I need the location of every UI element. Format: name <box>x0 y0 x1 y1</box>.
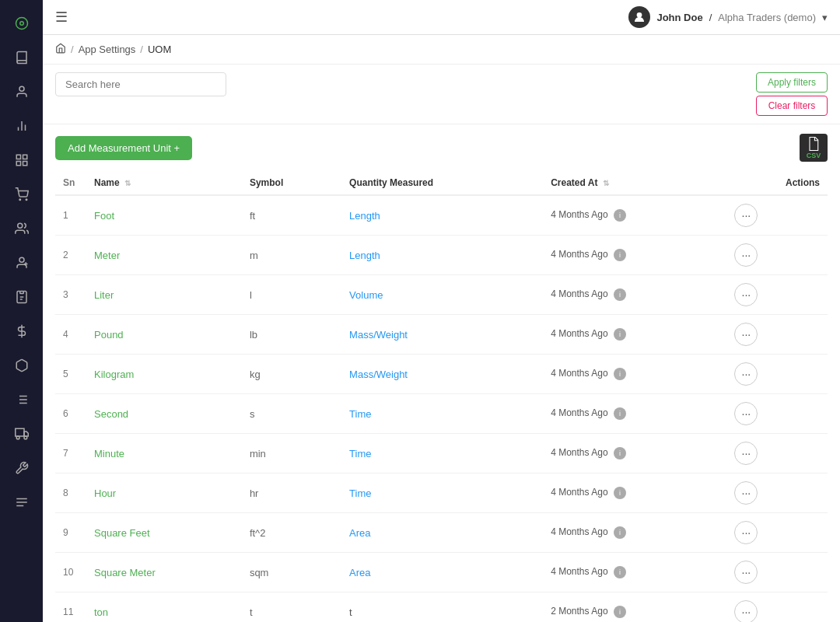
row-sn: 7 <box>55 434 86 473</box>
breadcrumb-app-settings[interactable]: App Settings <box>79 44 136 55</box>
row-sn: 3 <box>55 275 86 315</box>
hamburger-icon[interactable]: ☰ <box>55 9 68 26</box>
info-icon[interactable]: i <box>614 288 626 301</box>
svg-rect-16 <box>19 292 23 294</box>
row-name: Pound <box>86 315 242 355</box>
sidebar-item-grid[interactable] <box>6 145 37 176</box>
row-created-at: 4 Months Ago i <box>543 553 726 592</box>
actions-menu-button[interactable]: ··· <box>734 600 758 622</box>
row-actions: ··· <box>726 355 828 394</box>
info-icon[interactable]: i <box>614 209 626 222</box>
row-name: Minute <box>86 434 242 473</box>
row-created-at: 4 Months Ago i <box>543 513 726 553</box>
row-created-at: 2 Months Ago i <box>543 592 726 623</box>
row-name: Square Meter <box>86 553 242 592</box>
row-sn: 8 <box>55 473 86 513</box>
info-icon[interactable]: i <box>614 566 626 578</box>
sidebar-item-clipboard[interactable] <box>6 281 37 313</box>
svg-rect-7 <box>23 155 26 159</box>
table-row: 10 Square Meter sqm Area 4 Months Ago i … <box>55 553 828 592</box>
sidebar-item-box[interactable] <box>6 350 37 381</box>
sidebar-item-book[interactable] <box>6 42 37 73</box>
apply-filters-button[interactable]: Apply filters <box>756 72 828 93</box>
svg-point-0 <box>16 18 27 30</box>
actions-menu-button[interactable]: ··· <box>734 323 758 346</box>
info-icon[interactable]: i <box>614 526 626 539</box>
avatar <box>628 6 650 28</box>
actions-menu-button[interactable]: ··· <box>734 481 758 505</box>
row-quantity: Length <box>341 195 543 236</box>
csv-export-button[interactable]: CSV <box>800 134 828 162</box>
info-icon[interactable]: i <box>614 447 626 460</box>
svg-point-2 <box>19 86 24 91</box>
table-row: 6 Second s Time 4 Months Ago i ··· <box>55 394 828 434</box>
info-icon[interactable]: i <box>614 328 626 341</box>
actions-menu-button[interactable]: ··· <box>734 402 758 425</box>
sidebar-item-user[interactable] <box>6 76 37 107</box>
sidebar-item-people[interactable] <box>6 213 37 244</box>
row-name: ton <box>86 592 242 623</box>
row-actions: ··· <box>726 275 828 315</box>
name-sort-icon[interactable]: ⇅ <box>124 179 131 187</box>
row-quantity: Mass/Weight <box>341 315 543 355</box>
actions-menu-button[interactable]: ··· <box>734 204 758 227</box>
info-icon[interactable]: i <box>614 368 626 380</box>
svg-point-11 <box>26 199 27 201</box>
row-quantity: Area <box>341 553 543 592</box>
actions-menu-button[interactable]: ··· <box>734 561 758 584</box>
topbar-right: John Doe / Alpha Traders (demo) ▾ <box>628 6 828 28</box>
sidebar-item-list[interactable] <box>6 384 37 415</box>
actions-menu-button[interactable]: ··· <box>734 243 758 267</box>
row-symbol: sqm <box>242 553 341 592</box>
search-input[interactable] <box>55 72 226 96</box>
actions-menu-button[interactable]: ··· <box>734 442 758 465</box>
row-actions: ··· <box>726 553 828 592</box>
table-row: 7 Minute min Time 4 Months Ago i ··· <box>55 434 828 473</box>
filter-buttons: Apply filters Clear filters <box>756 72 828 116</box>
col-created-at: Created At ⇅ <box>543 171 726 195</box>
topbar-chevron-icon[interactable]: ▾ <box>822 12 828 23</box>
actions-menu-button[interactable]: ··· <box>734 362 758 386</box>
row-quantity: Length <box>341 236 543 275</box>
company-name: Alpha Traders (demo) <box>718 12 816 23</box>
col-symbol: Symbol <box>242 171 341 195</box>
sidebar-item-home[interactable] <box>6 8 37 39</box>
row-actions: ··· <box>726 513 828 553</box>
row-name: Foot <box>86 195 242 236</box>
topbar: ☰ John Doe / Alpha Traders (demo) ▾ <box>43 0 840 35</box>
info-icon[interactable]: i <box>614 606 626 618</box>
info-icon[interactable]: i <box>614 407 626 420</box>
table-body: 1 Foot ft Length 4 Months Ago i ··· 2 Me… <box>55 195 828 622</box>
created-sort-icon[interactable]: ⇅ <box>603 179 609 187</box>
row-symbol: l <box>242 275 341 315</box>
row-quantity: Time <box>341 434 543 473</box>
row-sn: 10 <box>55 553 86 592</box>
add-measurement-unit-button[interactable]: Add Measurement Unit + <box>55 136 192 160</box>
row-actions: ··· <box>726 592 828 623</box>
info-icon[interactable]: i <box>614 249 626 261</box>
user-name: John Doe <box>656 12 702 23</box>
row-actions: ··· <box>726 195 828 236</box>
table-toolbar: Add Measurement Unit + CSV <box>55 124 828 171</box>
sidebar-item-truck[interactable] <box>6 418 37 449</box>
svg-rect-26 <box>15 428 23 436</box>
col-actions: Actions <box>726 171 828 195</box>
sidebar-item-chart[interactable] <box>6 110 37 142</box>
row-name: Meter <box>86 236 242 275</box>
row-symbol: t <box>242 592 341 623</box>
actions-menu-button[interactable]: ··· <box>734 283 758 306</box>
row-quantity: Area <box>341 513 543 553</box>
row-symbol: m <box>242 236 341 275</box>
row-sn: 5 <box>55 355 86 394</box>
sidebar-item-cart[interactable] <box>6 179 37 210</box>
sidebar-item-menu-list[interactable] <box>6 487 37 518</box>
clear-filters-button[interactable]: Clear filters <box>756 96 828 116</box>
actions-menu-button[interactable]: ··· <box>734 521 758 544</box>
info-icon[interactable]: i <box>614 487 626 499</box>
filter-bar: Apply filters Clear filters <box>43 65 840 124</box>
sidebar-item-dollar[interactable] <box>6 316 37 347</box>
sidebar-item-tools[interactable] <box>6 453 37 484</box>
sidebar-item-person-settings[interactable] <box>6 247 37 278</box>
home-icon[interactable] <box>55 43 66 56</box>
row-name: Hour <box>86 473 242 513</box>
